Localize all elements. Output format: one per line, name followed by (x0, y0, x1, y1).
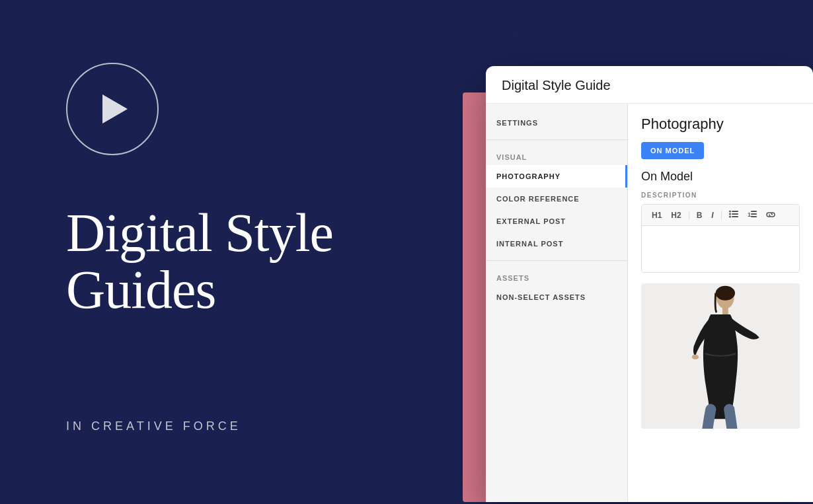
svg-rect-9 (751, 216, 757, 217)
toolbar-link[interactable] (763, 209, 779, 221)
style-guide-window: Digital Style Guide SETTINGS VISUAL PHOT… (486, 66, 813, 502)
svg-point-0 (729, 211, 731, 213)
window-title: Digital Style Guide (502, 78, 611, 92)
toolbar-ul[interactable] (726, 209, 742, 221)
title-line2: Guides (66, 262, 333, 318)
toolbar-h2[interactable]: H2 (668, 209, 684, 221)
content-title: Photography (641, 116, 800, 133)
window-title-bar: Digital Style Guide (486, 66, 813, 104)
play-button[interactable] (66, 63, 159, 155)
sidebar-section-visual: VISUAL (486, 145, 627, 165)
sidebar-item-settings[interactable]: SETTINGS (486, 112, 627, 134)
svg-rect-7 (751, 211, 757, 212)
sidebar-section-assets: ASSETS (486, 266, 627, 286)
svg-point-4 (729, 216, 731, 218)
editor-body[interactable] (642, 226, 799, 272)
toolbar-h1[interactable]: H1 (648, 209, 665, 221)
editor-toolbar: H1 H2 B I 1. (642, 205, 799, 226)
on-model-title: On Model (641, 170, 800, 184)
toolbar-bold[interactable]: B (693, 209, 706, 221)
title-line1: Digital Style (66, 205, 333, 262)
play-button-container[interactable] (66, 63, 159, 155)
on-model-tab[interactable]: ON MODEL (641, 142, 704, 159)
toolbar-italic[interactable]: I (708, 209, 716, 221)
sidebar-item-non-select-assets[interactable]: NON-SELECT ASSETS (486, 286, 627, 308)
toolbar-ol[interactable]: 1. (744, 209, 760, 221)
description-label: DESCRIPTION (641, 192, 800, 199)
window-sidebar: SETTINGS VISUAL PHOTOGRAPHY COLOR REFERE… (486, 104, 628, 501)
svg-rect-1 (732, 211, 738, 212)
toolbar-separator-1 (689, 211, 689, 220)
svg-rect-13 (722, 308, 728, 314)
sidebar-item-color-reference[interactable]: COLOR REFERENCE (486, 188, 627, 210)
main-title: Digital Style Guides (66, 205, 333, 318)
svg-rect-8 (751, 213, 757, 215)
svg-rect-5 (732, 216, 738, 217)
sidebar-divider-2 (486, 260, 627, 261)
play-icon (102, 94, 128, 124)
sidebar-item-external-post[interactable]: EXTERNAL POST (486, 210, 627, 233)
sidebar-divider-1 (486, 139, 627, 140)
svg-point-12 (716, 286, 735, 301)
window-main: Photography ON MODEL On Model DESCRIPTIO… (628, 104, 813, 501)
svg-point-14 (692, 355, 699, 359)
model-image (641, 283, 800, 429)
window-content: SETTINGS VISUAL PHOTOGRAPHY COLOR REFERE… (486, 104, 813, 501)
subtitle: IN CREATIVE FORCE (66, 419, 241, 433)
sidebar-item-photography[interactable]: PHOTOGRAPHY (486, 165, 627, 188)
svg-rect-3 (732, 213, 738, 215)
sidebar-item-internal-post[interactable]: INTERNAL POST (486, 233, 627, 255)
toolbar-separator-2 (721, 211, 722, 220)
svg-point-2 (729, 213, 731, 215)
description-editor[interactable]: H1 H2 B I 1. (641, 204, 800, 273)
